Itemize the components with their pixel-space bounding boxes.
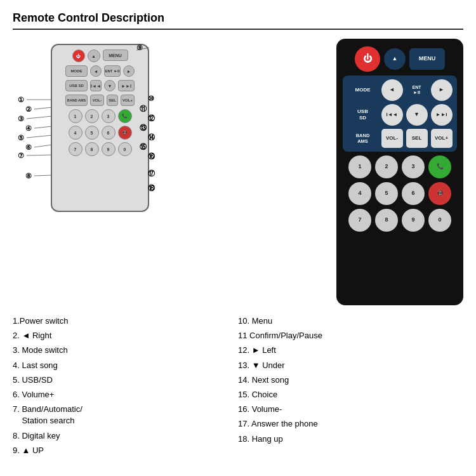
desc-9: 9. ▲ UP	[13, 445, 232, 456]
desc-18: 18. Hang up	[238, 433, 457, 445]
s-1-btn[interactable]: 1	[69, 109, 83, 123]
r-panel: MODE ◄ ENT►II ► USBSD I◄◄ ▼ ►►I BANDAMS …	[343, 76, 457, 152]
label-6: ⑥	[25, 143, 32, 152]
r-hangup-btn[interactable]: 📵	[428, 182, 451, 205]
s-power-btn[interactable]: ⏻	[72, 50, 85, 62]
r-volminus-btn[interactable]: VOL-	[381, 129, 403, 148]
r-numrow-2: 4 5 6 📵	[343, 182, 457, 205]
r-8-btn[interactable]: 8	[375, 209, 398, 232]
s-4-btn[interactable]: 4	[69, 126, 83, 140]
desc-8: 8. Digital key	[13, 430, 232, 442]
r-up-btn[interactable]: ▲	[384, 48, 406, 70]
label-7: ⑦	[18, 152, 24, 160]
desc-17: 17. Answer the phone	[238, 418, 457, 430]
r-power-btn[interactable]: ⏻	[355, 46, 380, 72]
s-usbsd-btn[interactable]: USB SD	[65, 80, 88, 91]
label-14: ⑭	[148, 133, 155, 142]
r-row-4: BANDAMS VOL- SEL VOL+	[346, 129, 454, 148]
desc-14: 14. Next song	[238, 374, 457, 386]
s-band-btn[interactable]: BAND AMS	[65, 95, 88, 106]
diagram-area: ⏻ ▲ MENU MODE ◄ ENT ►II ► USB SD I◄◄ ▼ ►…	[13, 39, 463, 305]
s-next-btn[interactable]: ►►I	[118, 80, 135, 91]
desc-13: 13. ▼ Under	[238, 360, 457, 371]
label-8: ⑧	[25, 172, 32, 180]
s-2-btn[interactable]: 2	[85, 109, 99, 123]
s-mode-btn[interactable]: MODE	[65, 65, 88, 77]
label-17: ⑰	[148, 169, 155, 178]
s-menu-btn[interactable]: MENU	[103, 50, 128, 61]
s-hangup-btn[interactable]: 📵	[118, 126, 132, 140]
desc-12: 12. ► Left	[238, 345, 457, 356]
desc-16: 16. Volume-	[238, 404, 457, 415]
s-9-btn[interactable]: 9	[102, 142, 116, 156]
r-prev-btn[interactable]: I◄◄	[381, 104, 403, 126]
r-7-btn[interactable]: 7	[348, 209, 371, 232]
r-row-3: USBSD I◄◄ ▼ ►►I	[346, 104, 454, 126]
s-7-btn[interactable]: 7	[69, 142, 83, 156]
desc-10: 10. Menu	[238, 315, 457, 327]
s-8-btn[interactable]: 8	[85, 142, 99, 156]
svg-line-3	[34, 126, 52, 128]
desc-3: 3. Mode switch	[13, 345, 232, 356]
label-3: ③	[18, 115, 24, 123]
r-mode-btn[interactable]: MODE	[348, 81, 378, 100]
r-4-btn[interactable]: 4	[348, 182, 371, 205]
s-5-btn[interactable]: 5	[85, 126, 99, 140]
r-usbsd-btn[interactable]: USBSD	[348, 105, 378, 124]
svg-line-7	[34, 175, 52, 176]
schematic-diagram: ⏻ ▲ MENU MODE ◄ ENT ►II ► USB SD I◄◄ ▼ ►…	[13, 39, 190, 242]
svg-line-2	[27, 116, 52, 119]
label-4: ④	[25, 124, 32, 133]
r-ent-btn[interactable]: ENT►II	[406, 79, 428, 101]
s-up-btn[interactable]: ▲	[88, 50, 100, 62]
r-answer-btn[interactable]: 📞	[428, 155, 451, 178]
r-left-btn[interactable]: ◄	[381, 79, 403, 101]
desc-5: 5. USB/SD	[13, 374, 232, 386]
desc-2: 2. ◄ Right	[13, 330, 232, 341]
svg-line-5	[34, 145, 52, 147]
s-6-btn[interactable]: 6	[102, 126, 116, 140]
label-18: ⑱	[148, 183, 155, 193]
r-volplus-btn[interactable]: VOL+	[431, 129, 453, 148]
s-down-btn[interactable]: ▼	[104, 80, 116, 91]
svg-line-6	[27, 155, 52, 155]
s-ent-btn[interactable]: ENT ►II	[104, 65, 121, 77]
svg-line-1	[34, 107, 52, 109]
r-menu-btn[interactable]: MENU	[409, 48, 445, 70]
desc-4: 4. Last song	[13, 360, 232, 371]
desc-6: 6. Volume+	[13, 389, 232, 400]
desc-7: 7. Band/Automatic/ Station search	[13, 404, 232, 426]
r-band-btn[interactable]: BANDAMS	[348, 129, 378, 148]
s-volplus-btn[interactable]: VOL+	[121, 95, 135, 106]
r-0-btn[interactable]: 0	[428, 209, 451, 232]
s-volminus-btn[interactable]: VOL-	[90, 95, 104, 106]
s-left-btn[interactable]: ◄	[90, 65, 102, 77]
label-2: ②	[25, 105, 32, 114]
s-answer-btn[interactable]: 📞	[118, 109, 132, 123]
r-sel-btn[interactable]: SEL	[406, 129, 428, 148]
s-right-btn[interactable]: ►	[123, 65, 135, 77]
r-9-btn[interactable]: 9	[402, 209, 425, 232]
r-6-btn[interactable]: 6	[402, 182, 425, 205]
s-0-btn[interactable]: 0	[118, 142, 132, 156]
s-sel-btn[interactable]: SEL	[107, 95, 118, 106]
svg-line-4	[27, 135, 52, 138]
r-2-btn[interactable]: 2	[375, 155, 398, 178]
r-down-btn[interactable]: ▼	[406, 104, 428, 126]
r-5-btn[interactable]: 5	[375, 182, 398, 205]
r-1-btn[interactable]: 1	[348, 155, 371, 178]
s-3-btn[interactable]: 3	[102, 109, 116, 123]
desc-1: 1.Power switch	[13, 315, 232, 327]
r-3-btn[interactable]: 3	[402, 155, 425, 178]
label-16: ⑯	[148, 152, 155, 161]
r-row-2: MODE ◄ ENT►II ►	[346, 79, 454, 101]
s-prev-btn[interactable]: I◄◄	[90, 80, 102, 91]
desc-11: 11 Confirm/Play/Pause	[238, 330, 457, 341]
r-right-btn[interactable]: ►	[431, 79, 453, 101]
description-area: 1.Power switch 2. ◄ Right 3. Mode switch…	[13, 315, 463, 459]
label-10: ⑩	[148, 95, 154, 103]
label-5: ⑤	[18, 134, 24, 142]
label-9: ⑨	[136, 44, 143, 52]
r-fwd-btn[interactable]: ►►I	[431, 104, 453, 126]
desc-col-left: 1.Power switch 2. ◄ Right 3. Mode switch…	[13, 315, 238, 459]
